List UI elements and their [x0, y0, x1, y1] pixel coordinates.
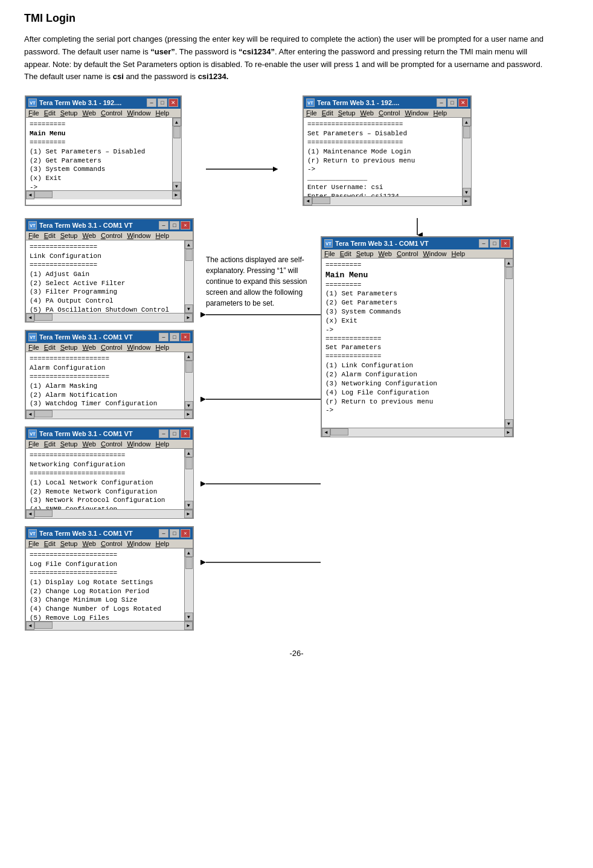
menu-window-tr[interactable]: Window: [405, 109, 428, 117]
menu-control[interactable]: Control: [101, 109, 122, 117]
link-scrollbar[interactable]: ▲ ▼: [184, 240, 193, 313]
diagram-area: VT Tera Term Web 3.1 - 192.... – □ ✕ Fil…: [25, 95, 568, 631]
alarm-config-titlebar: VT Tera Term Web 3.1 - COM1 VT – □ ×: [26, 331, 193, 343]
menu-edit[interactable]: Edit: [44, 109, 56, 117]
menu-file-tr[interactable]: File: [306, 109, 317, 117]
top-right-min-btn[interactable]: –: [437, 98, 446, 107]
menu-help-lc[interactable]: Help: [156, 232, 170, 239]
network-config-menubar: File Edit Setup Web Control Window Help: [26, 440, 193, 449]
scroll-track: [173, 126, 181, 182]
alarm-config-title: Tera Term Web 3.1 - COM1 VT: [39, 333, 133, 341]
link-config-icon: VT: [28, 221, 37, 230]
top-right-scrollbar[interactable]: ▲ ▼: [462, 118, 470, 196]
top-right-menubar: File Edit Setup Web Control Window Help: [304, 109, 470, 118]
top-left-icon: VT: [28, 98, 37, 107]
arrows-svg: [200, 278, 321, 611]
network-scrollbar[interactable]: ▲ ▼: [184, 449, 193, 509]
mid-right-hscrollbar[interactable]: ◀ ▶: [322, 428, 513, 436]
hscroll-right-btn-tr[interactable]: ▶: [462, 197, 470, 205]
menu-file-lc[interactable]: File: [28, 232, 39, 239]
top-right-close-btn[interactable]: ✕: [458, 98, 468, 107]
link-config-window: VT Tera Term Web 3.1 - COM1 VT – □ × Fil…: [25, 218, 194, 323]
network-hscrollbar[interactable]: ◀ ▶: [26, 509, 193, 518]
menu-setup[interactable]: Setup: [60, 109, 78, 117]
hscroll-track-tr: [312, 197, 462, 205]
top-left-hscrollbar[interactable]: ◀ ▶: [26, 190, 181, 199]
top-left-close-btn[interactable]: ✕: [168, 98, 178, 107]
down-arrow-svg: [411, 218, 423, 236]
log-config-content: ====================== Log File Configur…: [26, 548, 184, 621]
row1: VT Tera Term Web 3.1 - 192.... – □ ✕ Fil…: [25, 95, 568, 206]
intro-bold2: “csi1234”: [239, 47, 275, 56]
link-config-content: ================= Link Configuration ===…: [26, 240, 184, 313]
menu-control-lc[interactable]: Control: [101, 232, 122, 239]
menu-window-lc[interactable]: Window: [127, 232, 150, 239]
top-right-titlebar: VT Tera Term Web 3.1 - 192.... – □ ✕: [304, 97, 470, 109]
menu-web-lc[interactable]: Web: [82, 232, 95, 239]
alarm-scrollbar[interactable]: ▲ ▼: [184, 352, 193, 410]
alarm-config-icon: VT: [28, 333, 37, 341]
page-number: -26-: [24, 649, 569, 658]
mid-right-content: ========= Main Menu ========= (1) Set Pa…: [322, 259, 504, 428]
top-right-window: VT Tera Term Web 3.1 - 192.... – □ ✕ Fil…: [303, 95, 472, 206]
menu-file[interactable]: File: [28, 109, 39, 117]
intro-paragraph: After completing the serial port changes…: [24, 33, 550, 83]
menu-edit-tr[interactable]: Edit: [322, 109, 333, 117]
link-config-titlebar: VT Tera Term Web 3.1 - COM1 VT – □ ×: [26, 219, 193, 231]
top-left-menubar: File Edit Setup Web Control Window Help: [26, 109, 181, 118]
link-config-title: Tera Term Web 3.1 - COM1 VT: [39, 222, 133, 229]
top-left-scrollbar[interactable]: ▲ ▼: [172, 118, 181, 190]
menu-web-tr[interactable]: Web: [360, 109, 373, 117]
log-hscrollbar[interactable]: ◀ ▶: [26, 621, 193, 629]
network-config-content: ======================== Networking Conf…: [26, 449, 184, 509]
link-max-btn[interactable]: □: [170, 221, 179, 230]
mid-right-titlebar: VT Tera Term Web 3.1 - COM1 VT – □ ×: [322, 237, 513, 249]
arrow-top: [206, 163, 278, 175]
scroll-down-btn-tr[interactable]: ▼: [463, 188, 471, 196]
top-left-window: VT Tera Term Web 3.1 - 192.... – □ ✕ Fil…: [25, 95, 182, 206]
log-scrollbar[interactable]: ▲ ▼: [184, 548, 193, 621]
menu-setup-tr[interactable]: Setup: [338, 109, 356, 117]
menu-web[interactable]: Web: [82, 109, 95, 117]
intro-bold1: “user”: [150, 47, 175, 56]
log-config-menubar: File Edit Setup Web Control Window Help: [26, 539, 193, 548]
link-config-menubar: File Edit Setup Web Control Window Help: [26, 231, 193, 240]
log-config-title: Tera Term Web 3.1 - COM1 VT: [39, 530, 133, 537]
top-right-max-btn[interactable]: □: [447, 98, 457, 107]
intro-text4: and the password is: [124, 72, 198, 81]
mid-right-window: VT Tera Term Web 3.1 - COM1 VT – □ × Fil…: [321, 236, 514, 437]
mid-right-title: Tera Term Web 3.1 - COM1 VT: [335, 240, 429, 247]
menu-setup-lc[interactable]: Setup: [60, 232, 78, 239]
link-close-btn[interactable]: ×: [181, 221, 190, 230]
alarm-hscrollbar[interactable]: ◀ ▶: [26, 410, 193, 418]
mid-right-menubar: File Edit Setup Web Control Window Help: [322, 249, 513, 259]
log-config-window: VT Tera Term Web 3.1 - COM1 VT – □ × Fil…: [25, 526, 194, 631]
hscroll-right-btn[interactable]: ▶: [172, 191, 181, 199]
menu-edit-lc[interactable]: Edit: [44, 232, 56, 239]
menu-control-tr[interactable]: Control: [379, 109, 400, 117]
link-hscrollbar[interactable]: ◀ ▶: [26, 313, 193, 321]
top-left-min-btn[interactable]: –: [147, 98, 156, 107]
alarm-config-window: VT Tera Term Web 3.1 - COM1 VT – □ × Fil…: [25, 330, 194, 419]
top-right-hscrollbar[interactable]: ◀ ▶: [304, 196, 470, 205]
hscroll-left-btn[interactable]: ◀: [26, 191, 34, 199]
intro-text2: . The password is: [175, 47, 239, 56]
page-title: TMI Login: [24, 12, 569, 25]
hscroll-track: [34, 191, 172, 199]
top-left-max-btn[interactable]: □: [158, 98, 167, 107]
menu-window[interactable]: Window: [127, 109, 150, 117]
alarm-config-menubar: File Edit Setup Web Control Window Help: [26, 343, 193, 352]
top-left-title: Tera Term Web 3.1 - 192....: [39, 99, 121, 106]
mid-right-scrollbar[interactable]: ▲ ▼: [504, 259, 513, 428]
menu-help[interactable]: Help: [156, 109, 170, 117]
scroll-up-btn[interactable]: ▲: [173, 118, 181, 126]
link-min-btn[interactable]: –: [159, 221, 168, 230]
hscroll-left-btn-tr[interactable]: ◀: [304, 197, 312, 205]
left-col: VT Tera Term Web 3.1 - COM1 VT – □ × Fil…: [25, 218, 200, 631]
top-left-titlebar: VT Tera Term Web 3.1 - 192.... – □ ✕: [26, 97, 181, 109]
network-config-title: Tera Term Web 3.1 - COM1 VT: [39, 430, 133, 437]
scroll-down-btn[interactable]: ▼: [173, 182, 181, 190]
menu-help-tr[interactable]: Help: [434, 109, 447, 117]
scroll-up-btn-tr[interactable]: ▲: [463, 118, 471, 126]
log-config-titlebar: VT Tera Term Web 3.1 - COM1 VT – □ ×: [26, 527, 193, 539]
